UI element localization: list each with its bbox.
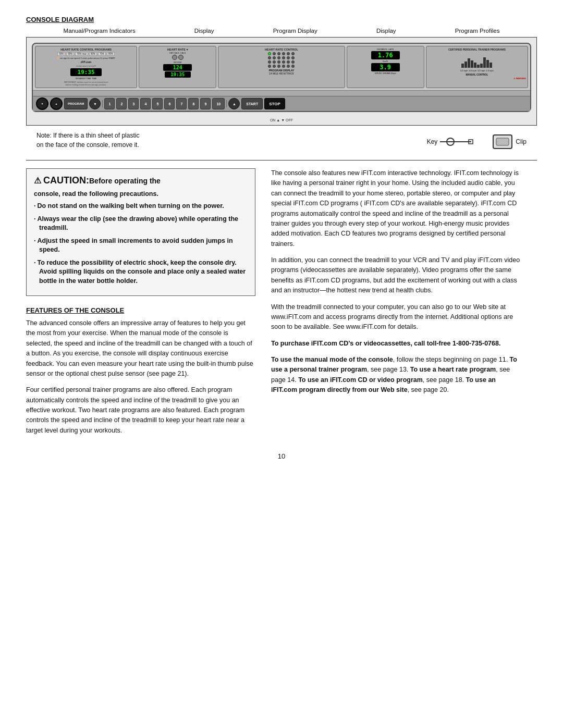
panel-cr-labels2: SPEEDMIN/MILE/kph — [349, 72, 422, 75]
panel-program-display: HEART RATE CONTROL — [218, 46, 345, 88]
label-program-profiles: Program Profiles — [455, 28, 500, 34]
btn-8: 8 — [188, 98, 199, 109]
label-display1: Display — [194, 28, 214, 34]
btn-3: 3 — [128, 98, 139, 109]
note-line1: Note: If there is a thin sheet of plasti… — [36, 132, 139, 139]
panel-cl-time: 19:35 — [165, 71, 191, 78]
note-row: Note: If there is a thin sheet of plasti… — [26, 131, 537, 150]
dot-grid — [268, 52, 295, 68]
caution-intro: Before operating the — [89, 177, 161, 185]
panel-cl-labels: FAT CALSCALS — [141, 52, 214, 54]
console-image: HEART RATE CONTROL PROGRAMS 55% 65% 70% … — [26, 37, 537, 126]
svg-rect-4 — [496, 138, 509, 145]
btn-6: 6 — [164, 98, 175, 109]
panel-r-speed-labels: 5.0 mph4.0 mph3.0 mph2.0 mph — [428, 69, 526, 72]
right-bold-ifit: To use an iFIT.com CD or video program — [298, 376, 423, 384]
right-bold-heart: To use a heart rate program — [410, 366, 496, 373]
page-number: 10 — [26, 452, 537, 460]
btn-4: 4 — [140, 98, 151, 109]
panel-heart-rate-control: HEART RATE CONTROL PROGRAMS 55% 65% 70% … — [35, 46, 137, 88]
btn-7: 7 — [176, 98, 187, 109]
console-diagram-section: CONSOLE DIAGRAM Manual/Program Indicator… — [26, 16, 537, 150]
divider2 — [226, 100, 227, 107]
console-body: HEART RATE CONTROL PROGRAMS 55% 65% 70% … — [32, 43, 531, 112]
button-row: ▼ ▲ PROGRAM ▼ 1 2 3 4 5 6 7 8 9 10 ▲ STA… — [33, 96, 530, 111]
panel-left-title: HEART RATE CONTROL PROGRAMS — [37, 48, 135, 51]
panel-cl-incline: INCLINE — [141, 61, 214, 64]
label-program-display: Program Display — [273, 28, 317, 34]
features-title: FEATURES OF THE CONSOLE — [26, 306, 255, 314]
panel-left-ifit: iFIT.com — [37, 60, 135, 64]
btn-5: 5 — [152, 98, 163, 109]
panel-left-interactivity: i n t e r a c t i v i t y ® — [37, 65, 135, 67]
caution-item-4: To reduce the possibility of electric sh… — [34, 258, 248, 286]
panel-c-program-label: PROGRAM DISPLAY — [220, 69, 342, 72]
main-content: ⚠CAUTION:Before operating the console, r… — [26, 168, 537, 442]
panel-left-sublabel: SEGMENT TIME TIME — [37, 77, 135, 80]
btn-9: 9 — [200, 98, 211, 109]
power-incline-btns: ▼ — [36, 97, 48, 110]
console-bottom-buttons — [33, 90, 530, 96]
caution-header-line2: console, read the following precautions. — [34, 190, 248, 198]
btn-1: 1 — [104, 98, 115, 109]
panel-cl-title: HEART RATE ♥ — [141, 48, 214, 51]
console-top: HEART RATE CONTROL PROGRAMS 55% 65% 70% … — [33, 44, 530, 90]
key-label: Key — [427, 138, 438, 145]
caution-item-3: Adjust the speed in small increments to … — [34, 237, 248, 255]
panel-r-warning: ⚠ WARNING — [428, 77, 526, 80]
start-btn: START — [241, 98, 263, 109]
stop-btn: STOP — [264, 98, 285, 109]
right-para-3: With the treadmill connected to your com… — [271, 302, 521, 332]
right-para-2: In addition, you can connect the treadmi… — [271, 255, 521, 296]
section-title: CONSOLE DIAGRAM — [26, 16, 537, 23]
right-para-1: The console also features new iFIT.com i… — [271, 168, 521, 249]
diagram-labels: Manual/Program Indicators Display Progra… — [26, 28, 537, 34]
panel-r-title: CERTIFIED PERSONAL TRAINER PROGRAMS — [428, 48, 526, 51]
clip-group: Clip — [492, 134, 527, 150]
panel-left-display: 19:35 — [70, 68, 102, 76]
caution-item-2: Always wear the clip (see the drawing ab… — [34, 215, 248, 233]
speed-down-btn: ▼ — [89, 98, 101, 109]
panel-left-note2: IMPORTANT: Incline must be set at lowest… — [37, 81, 135, 86]
section-divider — [26, 160, 537, 161]
right-para-5: To use the manual mode of the console, f… — [271, 355, 521, 396]
panel-c-title: HEART RATE CONTROL — [220, 48, 342, 51]
caution-warning-icon: ⚠ — [34, 176, 41, 185]
clip-svg — [492, 134, 513, 150]
right-bold-manual: To use the manual mode of the console — [271, 356, 393, 363]
on-off-label: ON ▲ ▼ OFF — [270, 118, 293, 122]
program-btn: PROGRAM — [64, 98, 88, 109]
panel-left-note: ⚡ set age & max speed ✦ enter pulse sens… — [37, 57, 135, 59]
key-clip-row: Key Clip — [427, 134, 527, 150]
features-para-2: Four certified personal trainer programs… — [26, 385, 255, 436]
panel-cr-labels1: DISTANCELAPS — [349, 48, 422, 51]
btn-10: 10 — [212, 98, 225, 109]
label-display2: Display — [376, 28, 396, 34]
caution-header: ⚠CAUTION:Before operating the — [34, 175, 248, 186]
panel-c-track-label: 1/4 MILE 400 M TRACK — [220, 72, 342, 75]
panel-certified: CERTIFIED PERSONAL TRAINER PROGRAMS — [426, 46, 528, 88]
caution-item-1: Do not stand on the walking belt when tu… — [34, 202, 248, 211]
left-column: ⚠CAUTION:Before operating the console, r… — [26, 168, 255, 442]
panel-cl-display: 124 — [163, 64, 192, 71]
key-group: Key — [427, 137, 482, 147]
profile-bars — [428, 52, 526, 68]
speed-up-btn: ▲ — [228, 98, 240, 109]
note-line2: on the face of the console, remove it. — [36, 141, 139, 149]
incline-up-btn: ▲ — [50, 97, 63, 110]
btn-2: 2 — [116, 98, 127, 109]
panel-cr-speed: 3.9 — [371, 63, 400, 71]
panel-heart-rate: HEART RATE ♥ FAT CALSCALS INCLINE 124 19… — [139, 46, 216, 88]
features-para-1: The advanced console offers an impressiv… — [26, 318, 255, 379]
key-svg — [440, 137, 482, 147]
caution-list: Do not stand on the walking belt when tu… — [34, 202, 248, 286]
panel-distance-speed: DISTANCELAPS 1.76 Km/H 3.9 SPEEDMIN/MILE… — [347, 46, 424, 88]
label-manual-program: Manual/Program Indicators — [64, 28, 136, 34]
right-column: The console also features new iFIT.com i… — [271, 168, 521, 442]
panel-cr-kmh: Km/H — [349, 60, 422, 63]
note-text: Note: If there is a thin sheet of plasti… — [36, 131, 139, 150]
clip-label: Clip — [516, 138, 527, 145]
caution-box: ⚠CAUTION:Before operating the console, r… — [26, 168, 255, 296]
features-section: FEATURES OF THE CONSOLE The advanced con… — [26, 306, 255, 436]
panel-r-manual: MANUAL CONTROL — [428, 73, 526, 76]
